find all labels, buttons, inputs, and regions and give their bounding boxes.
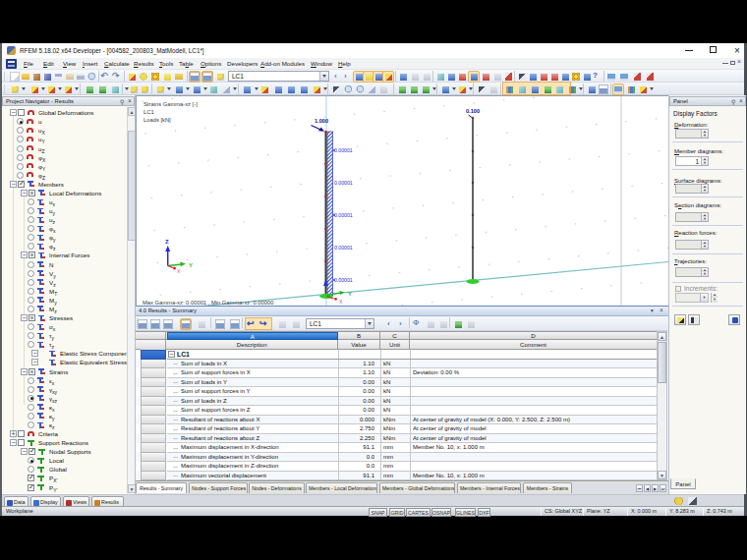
svg-text:Z: Z <box>165 239 169 245</box>
svg-text:Loads [kN]: Loads [kN] <box>144 117 171 123</box>
svg-text:Y: Y <box>189 262 193 268</box>
svg-text:X: X <box>177 268 181 274</box>
svg-text:0.100: 0.100 <box>466 108 480 114</box>
svg-text:Y: Y <box>348 291 352 297</box>
svg-text:0.00001: 0.00001 <box>334 245 353 251</box>
svg-text:LC1: LC1 <box>144 109 154 115</box>
svg-text:1.000: 1.000 <box>315 118 328 124</box>
svg-text:X: X <box>339 299 343 305</box>
svg-text:0.00001: 0.00001 <box>334 277 353 283</box>
svg-text:Strains Gamma-xz [-]: Strains Gamma-xz [-] <box>144 101 198 107</box>
svg-text:0.00001: 0.00001 <box>334 180 353 186</box>
svg-text:0.00001: 0.00001 <box>334 212 353 218</box>
svg-text:0.00001: 0.00001 <box>334 147 353 153</box>
